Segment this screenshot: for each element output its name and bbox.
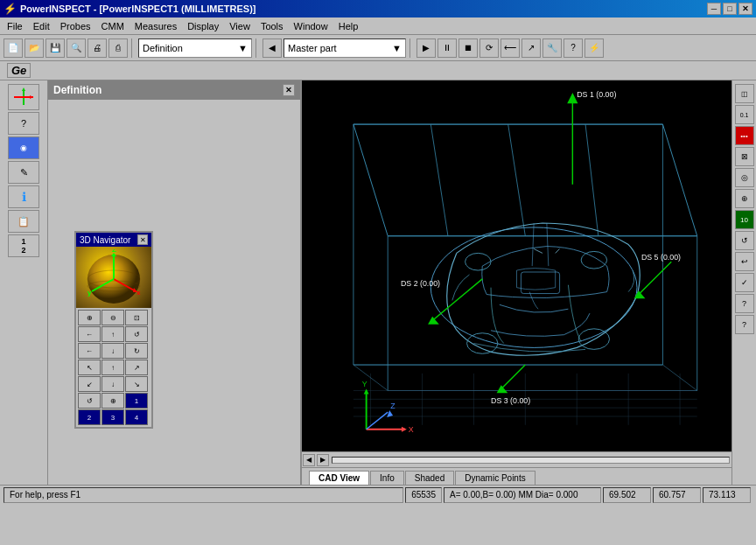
- tb-icon-3[interactable]: ⟵: [500, 38, 520, 58]
- tb-icon-6[interactable]: ⚡: [584, 38, 604, 58]
- status-coords: A= 0.00,B= 0.00) MM Dia= 0.000: [444, 487, 601, 503]
- tb-new[interactable]: 📄: [4, 38, 23, 58]
- rt-btn-q1[interactable]: ?: [735, 294, 754, 313]
- scroll-right-arrow[interactable]: ▶: [317, 454, 329, 466]
- tab-bar: CAD View Info Shaded Dynamic Points: [302, 467, 732, 485]
- nav-pan-left2[interactable]: ←: [78, 343, 101, 359]
- lt-question[interactable]: ?: [8, 112, 39, 135]
- menu-help[interactable]: Help: [333, 19, 364, 33]
- nav-tilt-up[interactable]: ↑: [102, 360, 124, 375]
- toolbar-separator-1: [131, 38, 135, 58]
- tb-search[interactable]: 🔍: [66, 38, 86, 58]
- lt-color[interactable]: ◉: [8, 136, 39, 159]
- rt-btn-5[interactable]: ◎: [735, 168, 754, 187]
- right-toolbar: ◫ 0.1 ••• ⊠ ◎ ⊕ 10 ↺ ↩ ✓ ? ?: [732, 80, 756, 485]
- menu-display[interactable]: Display: [182, 19, 224, 33]
- nav-spin-ccw[interactable]: ↺: [78, 393, 101, 409]
- tab-info[interactable]: Info: [370, 471, 404, 485]
- minimize-button[interactable]: ─: [707, 3, 721, 15]
- menu-tools[interactable]: Tools: [256, 19, 289, 33]
- nav-view-2[interactable]: 2: [78, 409, 101, 425]
- definition-dropdown[interactable]: Definition ▼: [138, 38, 252, 58]
- rt-btn-q2[interactable]: ?: [735, 315, 754, 334]
- tb-save[interactable]: 💾: [46, 38, 65, 58]
- lt-1-2[interactable]: 12: [8, 234, 39, 257]
- nav-close-btn[interactable]: ✕: [137, 234, 148, 245]
- nav-panel-header: 3D Navigator ✕: [76, 233, 151, 247]
- tab-shaded[interactable]: Shaded: [405, 471, 454, 485]
- menu-cmm[interactable]: CMM: [96, 19, 130, 33]
- masterpart-dropdown[interactable]: Master part ▼: [284, 38, 406, 58]
- definition-title: Definition: [53, 84, 102, 96]
- tb-print[interactable]: 🖨: [88, 38, 107, 58]
- tb-icon-1[interactable]: ◀: [262, 38, 282, 58]
- rt-btn-check[interactable]: ✓: [735, 273, 754, 292]
- left-toolbar: ? ◉ ✎ ℹ 📋 12: [0, 80, 48, 485]
- nav-recenter[interactable]: ⊕: [102, 393, 124, 409]
- nav-tilt-dn[interactable]: ↓: [102, 376, 124, 392]
- nav-zoom-fit[interactable]: ⊡: [125, 310, 148, 325]
- rt-btn-10[interactable]: 10: [735, 210, 754, 229]
- status-y: 60.757: [653, 487, 701, 503]
- nav-view-1[interactable]: 1: [125, 393, 148, 409]
- rt-btn-8[interactable]: ↺: [735, 231, 754, 250]
- nav-zoom-in[interactable]: ⊕: [78, 310, 101, 325]
- nav-view-3[interactable]: 3: [102, 409, 124, 425]
- rt-btn-2[interactable]: 0.1: [735, 105, 754, 124]
- tb-open[interactable]: 📂: [24, 38, 44, 58]
- lt-pen[interactable]: ✎: [8, 161, 39, 184]
- nav-zoom-out[interactable]: ⊖: [102, 310, 124, 325]
- nav-title: 3D Navigator: [80, 235, 130, 245]
- rt-btn-4[interactable]: ⊠: [735, 147, 754, 166]
- nav-tilt-up-left[interactable]: ↖: [78, 360, 101, 375]
- masterpart-dropdown-arrow: ▼: [392, 43, 402, 53]
- menu-measures[interactable]: Measures: [130, 19, 182, 33]
- svg-text:Z: Z: [390, 402, 396, 410]
- tb-icon-4[interactable]: ↗: [522, 38, 541, 58]
- nav-buttons-grid: ⊕ ⊖ ⊡ ← ↑ ↺ ← ↓ ↻ ↖ ↑ ↗ ↙: [76, 308, 151, 427]
- scroll-left-arrow[interactable]: ◀: [303, 454, 315, 466]
- nav-pan-up[interactable]: ↑: [102, 326, 124, 342]
- menu-edit[interactable]: Edit: [28, 19, 55, 33]
- maximize-button[interactable]: □: [723, 3, 737, 15]
- tab-cad-view[interactable]: CAD View: [309, 471, 369, 485]
- horizontal-scrollbar[interactable]: [332, 457, 730, 464]
- status-z: 73.113: [703, 487, 751, 503]
- svg-text:DS 2 (0.00): DS 2 (0.00): [401, 279, 440, 288]
- masterpart-dropdown-label: Master part: [288, 43, 337, 53]
- status-code: 65535: [405, 487, 442, 503]
- status-bar: For help, press F1 65535 A= 0.00,B= 0.00…: [0, 485, 756, 504]
- nav-rot-cw[interactable]: ↻: [125, 343, 148, 359]
- nav-rot-ccw[interactable]: ↺: [125, 326, 148, 342]
- lt-info[interactable]: ℹ: [8, 185, 39, 208]
- svg-marker-2: [22, 87, 25, 91]
- nav-tilt-dn-right[interactable]: ↘: [125, 376, 148, 392]
- nav-tilt-dn-left[interactable]: ↙: [78, 376, 101, 392]
- tb-icon-2[interactable]: ⟳: [480, 38, 499, 58]
- viewport[interactable]: DS 1 (0.00) DS 2 (0.00) DS 3 (0.00) DS 5…: [302, 80, 732, 451]
- nav-tilt-up-right[interactable]: ↗: [125, 360, 148, 375]
- rt-btn-dots[interactable]: •••: [735, 126, 754, 145]
- menu-probes[interactable]: Probes: [55, 19, 96, 33]
- tb-run[interactable]: ▶: [416, 38, 436, 58]
- menu-file[interactable]: File: [2, 19, 28, 33]
- nav-view-4[interactable]: 4: [125, 409, 148, 425]
- tb-icon-5[interactable]: 🔧: [542, 38, 562, 58]
- tb-print2[interactable]: ⎙: [108, 38, 128, 58]
- rt-btn-9[interactable]: ↩: [735, 252, 754, 271]
- nav-pan-down[interactable]: ↓: [102, 343, 124, 359]
- menu-view[interactable]: View: [224, 19, 256, 33]
- tb-help[interactable]: ?: [564, 38, 583, 58]
- lt-axis-btn[interactable]: [8, 84, 39, 110]
- menu-window[interactable]: Window: [289, 19, 333, 33]
- rt-btn-6[interactable]: ⊕: [735, 189, 754, 208]
- lt-list[interactable]: 📋: [8, 210, 39, 233]
- tb-pause[interactable]: ⏸: [438, 38, 457, 58]
- nav-pan-left[interactable]: ←: [78, 326, 101, 342]
- definition-close-button[interactable]: ✕: [283, 84, 295, 96]
- definition-dropdown-arrow: ▼: [238, 43, 248, 53]
- close-button[interactable]: ✕: [738, 3, 752, 15]
- tb-stop[interactable]: ⏹: [458, 38, 478, 58]
- rt-btn-1[interactable]: ◫: [735, 84, 754, 103]
- tab-dynamic-points[interactable]: Dynamic Points: [455, 471, 535, 485]
